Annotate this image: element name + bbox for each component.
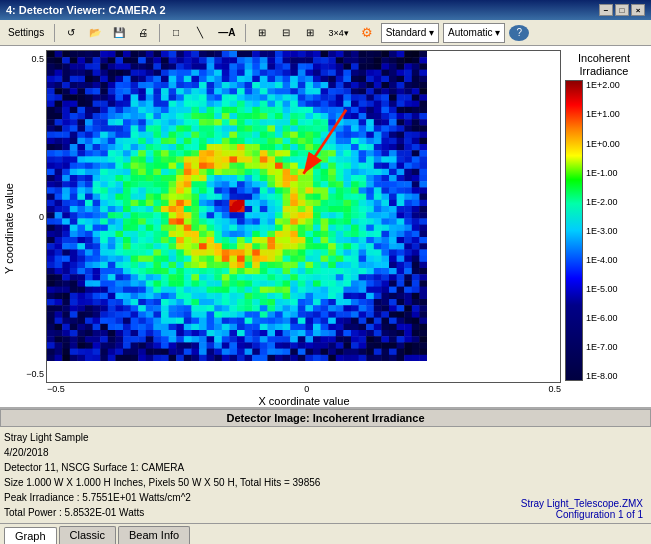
- save-button[interactable]: 💾: [109, 23, 129, 43]
- title-bar: 4: Detector Viewer: CAMERA 2 − □ ×: [0, 0, 651, 20]
- window-title: 4: Detector Viewer: CAMERA 2: [6, 4, 166, 16]
- colorbar-content: 1E+2.00 1E+1.00 1E+0.00 1E-1.00 1E-2.00 …: [565, 80, 643, 381]
- bottom-tabs: Graph Classic Beam Info: [0, 523, 651, 544]
- refresh-button[interactable]: ↺: [61, 23, 81, 43]
- standard-dropdown[interactable]: Standard ▾: [381, 23, 439, 43]
- toolbar-separator-3: [245, 24, 246, 42]
- auto-dropdown[interactable]: Automatic ▾: [443, 23, 505, 43]
- main-content: Y coordinate value 0.5 0 −0.5: [0, 46, 651, 544]
- title-bar-controls: − □ ×: [599, 4, 645, 16]
- chart-container: 0.5 0 −0.5: [18, 50, 651, 407]
- restore-button[interactable]: □: [615, 4, 629, 16]
- toolbar-separator-1: [54, 24, 55, 42]
- text-button[interactable]: —A: [214, 23, 239, 43]
- minimize-button[interactable]: −: [599, 4, 613, 16]
- print-button[interactable]: 🖨: [133, 23, 153, 43]
- y-axis-label: Y coordinate value: [0, 50, 18, 407]
- grid-button[interactable]: ⊞: [300, 23, 320, 43]
- toolbar: Settings ↺ 📂 💾 🖨 □ ╲ —A ⊞ ⊟ ⊞ 3×4▾ ⚙ Sta…: [0, 20, 651, 46]
- tab-classic[interactable]: Classic: [59, 526, 116, 544]
- select-button[interactable]: □: [166, 23, 186, 43]
- tab-beam-info[interactable]: Beam Info: [118, 526, 190, 544]
- settings-button[interactable]: Settings: [4, 23, 48, 43]
- colorbar-title: Incoherent Irradiance: [565, 52, 643, 78]
- layout-button[interactable]: 3×4▾: [324, 23, 352, 43]
- zoom-out-button[interactable]: ⊟: [276, 23, 296, 43]
- colorbar-area: Incoherent Irradiance 1E+2.00 1E+1.00 1E…: [561, 50, 651, 383]
- toolbar-separator-2: [159, 24, 160, 42]
- y-tick-labels: 0.5 0 −0.5: [18, 50, 46, 383]
- line-button[interactable]: ╲: [190, 23, 210, 43]
- x-tick-labels: −0.5 0 0.5: [47, 383, 561, 395]
- close-button[interactable]: ×: [631, 4, 645, 16]
- info-right: Stray Light_Telescope.ZMX Configuration …: [487, 430, 647, 520]
- plot-canvas: [46, 50, 561, 383]
- colorbar-labels: 1E+2.00 1E+1.00 1E+0.00 1E-1.00 1E-2.00 …: [586, 80, 620, 381]
- x-axis-label: X coordinate value: [47, 395, 561, 407]
- zoom-in-button[interactable]: ⊞: [252, 23, 272, 43]
- tab-graph[interactable]: Graph: [4, 527, 57, 544]
- info-title: Detector Image: Incoherent Irradiance: [0, 409, 651, 427]
- plot-area: Y coordinate value 0.5 0 −0.5: [0, 46, 651, 408]
- info-panel: Detector Image: Incoherent Irradiance St…: [0, 408, 651, 523]
- info-body: Stray Light Sample 4/20/2018 Detector 11…: [0, 427, 651, 523]
- info-text: Stray Light Sample 4/20/2018 Detector 11…: [4, 430, 483, 520]
- open-button[interactable]: 📂: [85, 23, 105, 43]
- help-button[interactable]: ?: [509, 25, 529, 41]
- settings2-button[interactable]: ⚙: [357, 23, 377, 43]
- colorbar-gradient: [565, 80, 583, 381]
- chart-row: 0.5 0 −0.5: [18, 50, 651, 383]
